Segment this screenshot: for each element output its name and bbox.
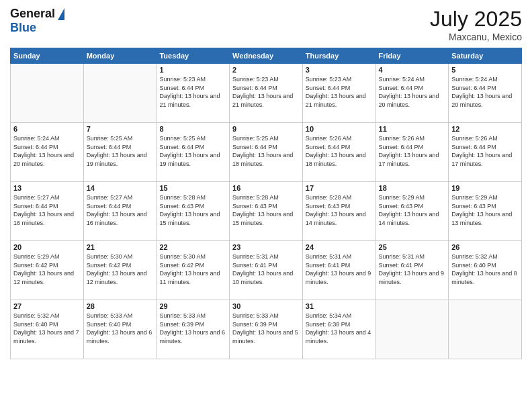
day-sun-info: Sunrise: 5:28 AMSunset: 6:43 PMDaylight:… bbox=[159, 193, 226, 227]
calendar-cell: 26Sunrise: 5:32 AMSunset: 6:40 PMDayligh… bbox=[449, 241, 522, 300]
page: General Blue July 2025 Maxcanu, Mexico S… bbox=[0, 0, 532, 411]
calendar-cell: 2Sunrise: 5:23 AMSunset: 6:44 PMDaylight… bbox=[230, 64, 303, 123]
day-number: 18 bbox=[379, 184, 446, 192]
day-sun-info: Sunrise: 5:26 AMSunset: 6:44 PMDaylight:… bbox=[306, 134, 373, 168]
calendar-cell bbox=[83, 64, 157, 123]
calendar-cell: 14Sunrise: 5:27 AMSunset: 6:44 PMDayligh… bbox=[83, 182, 157, 241]
day-sun-info: Sunrise: 5:24 AMSunset: 6:44 PMDaylight:… bbox=[13, 134, 81, 168]
calendar-cell: 12Sunrise: 5:26 AMSunset: 6:44 PMDayligh… bbox=[449, 123, 522, 182]
calendar-cell: 17Sunrise: 5:28 AMSunset: 6:43 PMDayligh… bbox=[302, 182, 375, 241]
calendar-cell: 30Sunrise: 5:33 AMSunset: 6:39 PMDayligh… bbox=[230, 300, 303, 359]
calendar-week-5: 27Sunrise: 5:32 AMSunset: 6:40 PMDayligh… bbox=[11, 300, 522, 359]
calendar-week-3: 13Sunrise: 5:27 AMSunset: 6:44 PMDayligh… bbox=[11, 182, 522, 241]
day-number: 22 bbox=[159, 243, 226, 251]
day-number: 9 bbox=[232, 125, 300, 133]
day-number: 17 bbox=[306, 184, 373, 192]
day-number: 4 bbox=[379, 66, 446, 74]
day-number: 14 bbox=[87, 184, 154, 192]
calendar-cell: 29Sunrise: 5:33 AMSunset: 6:39 PMDayligh… bbox=[157, 300, 230, 359]
calendar-week-2: 6Sunrise: 5:24 AMSunset: 6:44 PMDaylight… bbox=[11, 123, 522, 182]
logo-blue-text: Blue bbox=[10, 21, 36, 35]
calendar-week-1: 1Sunrise: 5:23 AMSunset: 6:44 PMDaylight… bbox=[11, 64, 522, 123]
day-sun-info: Sunrise: 5:25 AMSunset: 6:44 PMDaylight:… bbox=[87, 134, 154, 168]
day-sun-info: Sunrise: 5:29 AMSunset: 6:43 PMDaylight:… bbox=[451, 193, 519, 227]
logo-triangle-icon bbox=[58, 8, 64, 20]
calendar-cell: 28Sunrise: 5:33 AMSunset: 6:40 PMDayligh… bbox=[83, 300, 157, 359]
day-sun-info: Sunrise: 5:24 AMSunset: 6:44 PMDaylight:… bbox=[379, 75, 446, 109]
day-number: 29 bbox=[159, 302, 226, 310]
day-number: 19 bbox=[451, 184, 519, 192]
day-sun-info: Sunrise: 5:23 AMSunset: 6:44 PMDaylight:… bbox=[159, 75, 226, 109]
calendar-cell: 31Sunrise: 5:34 AMSunset: 6:38 PMDayligh… bbox=[302, 300, 375, 359]
calendar-cell: 21Sunrise: 5:30 AMSunset: 6:42 PMDayligh… bbox=[83, 241, 157, 300]
day-sun-info: Sunrise: 5:25 AMSunset: 6:44 PMDaylight:… bbox=[232, 134, 300, 168]
day-sun-info: Sunrise: 5:23 AMSunset: 6:44 PMDaylight:… bbox=[306, 75, 373, 109]
day-number: 11 bbox=[379, 125, 446, 133]
day-sun-info: Sunrise: 5:25 AMSunset: 6:44 PMDaylight:… bbox=[159, 134, 226, 168]
calendar-cell: 24Sunrise: 5:31 AMSunset: 6:41 PMDayligh… bbox=[302, 241, 375, 300]
day-sun-info: Sunrise: 5:31 AMSunset: 6:41 PMDaylight:… bbox=[232, 253, 300, 286]
calendar-cell: 8Sunrise: 5:25 AMSunset: 6:44 PMDaylight… bbox=[157, 123, 230, 182]
calendar-cell: 1Sunrise: 5:23 AMSunset: 6:44 PMDaylight… bbox=[157, 64, 230, 123]
day-number: 13 bbox=[13, 184, 81, 192]
day-sun-info: Sunrise: 5:32 AMSunset: 6:40 PMDaylight:… bbox=[13, 312, 81, 345]
day-sun-info: Sunrise: 5:33 AMSunset: 6:39 PMDaylight:… bbox=[159, 312, 226, 345]
calendar-cell: 5Sunrise: 5:24 AMSunset: 6:44 PMDaylight… bbox=[449, 64, 522, 123]
calendar-cell: 10Sunrise: 5:26 AMSunset: 6:44 PMDayligh… bbox=[302, 123, 375, 182]
calendar-cell: 7Sunrise: 5:25 AMSunset: 6:44 PMDaylight… bbox=[83, 123, 157, 182]
day-number: 21 bbox=[87, 243, 154, 251]
day-number: 5 bbox=[451, 66, 519, 74]
col-friday: Friday bbox=[375, 48, 449, 64]
calendar-cell: 4Sunrise: 5:24 AMSunset: 6:44 PMDaylight… bbox=[375, 64, 449, 123]
day-number: 27 bbox=[13, 302, 81, 310]
day-sun-info: Sunrise: 5:24 AMSunset: 6:44 PMDaylight:… bbox=[451, 75, 519, 109]
day-number: 16 bbox=[232, 184, 300, 192]
month-year: July 2025 bbox=[430, 7, 522, 32]
col-thursday: Thursday bbox=[302, 48, 375, 64]
day-sun-info: Sunrise: 5:31 AMSunset: 6:41 PMDaylight:… bbox=[379, 253, 446, 286]
day-sun-info: Sunrise: 5:23 AMSunset: 6:44 PMDaylight:… bbox=[232, 75, 300, 109]
title-section: July 2025 Maxcanu, Mexico bbox=[430, 7, 522, 42]
day-sun-info: Sunrise: 5:29 AMSunset: 6:43 PMDaylight:… bbox=[379, 193, 446, 227]
day-number: 10 bbox=[306, 125, 373, 133]
day-sun-info: Sunrise: 5:34 AMSunset: 6:38 PMDaylight:… bbox=[306, 312, 373, 345]
calendar-cell: 27Sunrise: 5:32 AMSunset: 6:40 PMDayligh… bbox=[11, 300, 84, 359]
calendar-cell: 19Sunrise: 5:29 AMSunset: 6:43 PMDayligh… bbox=[449, 182, 522, 241]
day-number: 6 bbox=[13, 125, 81, 133]
day-number: 28 bbox=[87, 302, 154, 310]
calendar: Sunday Monday Tuesday Wednesday Thursday… bbox=[10, 48, 522, 359]
day-sun-info: Sunrise: 5:26 AMSunset: 6:44 PMDaylight:… bbox=[451, 134, 519, 168]
day-number: 25 bbox=[379, 243, 446, 251]
day-sun-info: Sunrise: 5:28 AMSunset: 6:43 PMDaylight:… bbox=[232, 193, 300, 227]
calendar-cell: 22Sunrise: 5:30 AMSunset: 6:42 PMDayligh… bbox=[157, 241, 230, 300]
col-sunday: Sunday bbox=[11, 48, 84, 64]
calendar-cell bbox=[449, 300, 522, 359]
day-number: 23 bbox=[232, 243, 300, 251]
day-sun-info: Sunrise: 5:30 AMSunset: 6:42 PMDaylight:… bbox=[87, 253, 154, 286]
day-number: 8 bbox=[159, 125, 226, 133]
day-number: 26 bbox=[451, 243, 519, 251]
day-number: 12 bbox=[451, 125, 519, 133]
day-number: 15 bbox=[159, 184, 226, 192]
day-sun-info: Sunrise: 5:27 AMSunset: 6:44 PMDaylight:… bbox=[87, 193, 154, 227]
day-sun-info: Sunrise: 5:29 AMSunset: 6:42 PMDaylight:… bbox=[13, 253, 81, 286]
location: Maxcanu, Mexico bbox=[430, 32, 522, 42]
calendar-cell: 18Sunrise: 5:29 AMSunset: 6:43 PMDayligh… bbox=[375, 182, 449, 241]
logo: General Blue bbox=[10, 7, 64, 35]
calendar-cell: 20Sunrise: 5:29 AMSunset: 6:42 PMDayligh… bbox=[11, 241, 84, 300]
day-number: 24 bbox=[306, 243, 373, 251]
day-sun-info: Sunrise: 5:33 AMSunset: 6:39 PMDaylight:… bbox=[232, 312, 300, 345]
header: General Blue July 2025 Maxcanu, Mexico bbox=[10, 7, 522, 42]
calendar-cell: 16Sunrise: 5:28 AMSunset: 6:43 PMDayligh… bbox=[230, 182, 303, 241]
day-sun-info: Sunrise: 5:33 AMSunset: 6:40 PMDaylight:… bbox=[87, 312, 154, 345]
calendar-cell: 15Sunrise: 5:28 AMSunset: 6:43 PMDayligh… bbox=[157, 182, 230, 241]
day-number: 20 bbox=[13, 243, 81, 251]
day-number: 1 bbox=[159, 66, 226, 74]
col-wednesday: Wednesday bbox=[230, 48, 303, 64]
day-number: 30 bbox=[232, 302, 300, 310]
calendar-cell: 3Sunrise: 5:23 AMSunset: 6:44 PMDaylight… bbox=[302, 64, 375, 123]
day-number: 7 bbox=[87, 125, 154, 133]
calendar-cell: 23Sunrise: 5:31 AMSunset: 6:41 PMDayligh… bbox=[230, 241, 303, 300]
calendar-cell: 6Sunrise: 5:24 AMSunset: 6:44 PMDaylight… bbox=[11, 123, 84, 182]
calendar-cell: 25Sunrise: 5:31 AMSunset: 6:41 PMDayligh… bbox=[375, 241, 449, 300]
